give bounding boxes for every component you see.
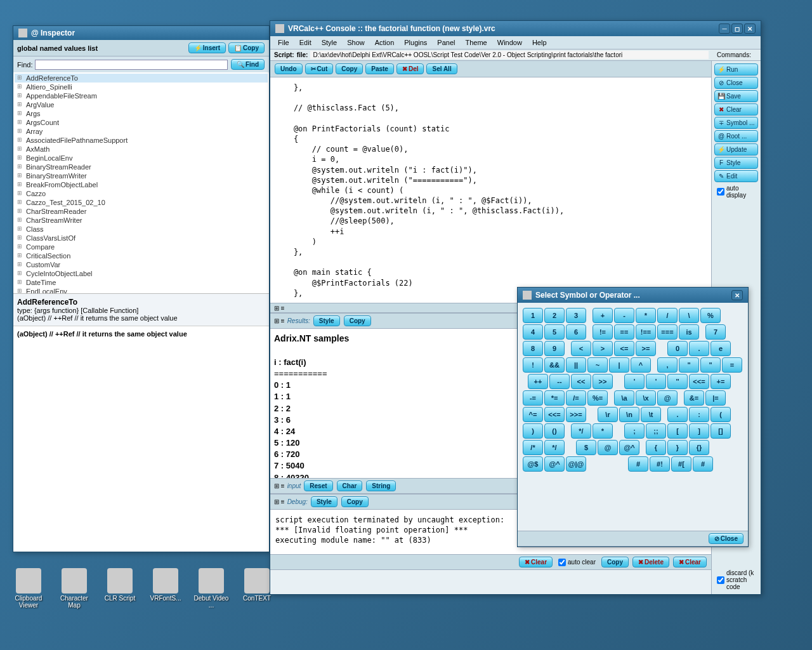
menu-item[interactable]: File (274, 37, 293, 48)
desktop-icon[interactable]: Character Map (55, 568, 93, 609)
symbol-button[interactable]: / (657, 308, 678, 323)
symbol-button[interactable]: | (609, 357, 629, 373)
symbol-button[interactable]: @^ (619, 440, 639, 455)
symbol-button[interactable]: ;; (646, 423, 666, 439)
insert-button[interactable]: ⚡Insert (188, 43, 226, 53)
symbol-button[interactable]: \t (641, 407, 661, 422)
symbol-button[interactable]: } (667, 440, 688, 455)
symbol-button[interactable]: <= (614, 341, 634, 356)
symbol-button[interactable]: 0 (667, 341, 688, 356)
symbol-button[interactable]: != (593, 324, 613, 340)
symbol-button[interactable]: 5 (544, 324, 565, 340)
symbol-button[interactable]: >>= (566, 407, 586, 422)
root-button[interactable]: @Root ... (714, 130, 758, 142)
copy-button[interactable]: Copy (336, 63, 363, 74)
symbol-button[interactable]: &= (684, 390, 704, 406)
debug-copy-button[interactable]: Copy (341, 496, 369, 507)
cut-button[interactable]: ✂Cut (305, 63, 334, 74)
symbol-button[interactable]: [] (710, 423, 731, 439)
symbol-button[interactable]: %= (587, 390, 608, 406)
symbol-button[interactable]: 1 (523, 308, 543, 323)
tree-item[interactable]: DateTime (15, 278, 268, 287)
symbol-button[interactable]: 7 (705, 324, 726, 340)
symbol-button[interactable]: #[ (671, 456, 691, 472)
bottom-clear2-button[interactable]: ✖Clear (673, 557, 707, 567)
symbol-button[interactable]: 2 (544, 308, 565, 323)
reset-button[interactable]: Reset (304, 481, 332, 491)
clear-cmd-button[interactable]: ✖Clear (714, 103, 758, 116)
menu-item[interactable]: Theme (462, 37, 491, 48)
symbol-button[interactable]: */ (571, 423, 591, 439)
symbol-button[interactable]: ^ (631, 357, 651, 373)
values-tree[interactable]: AddReferenceToAltiero_SpinelliAppendable… (13, 72, 269, 293)
desktop-icon[interactable]: Debut Video ... (192, 568, 230, 609)
symbol-button[interactable]: \x (636, 390, 656, 406)
symbol-button[interactable]: || (566, 357, 586, 373)
symbol-button[interactable]: [ (667, 423, 688, 439)
symbol-close-button[interactable]: ✕ (731, 290, 743, 300)
symbol-button[interactable]: < (571, 341, 591, 356)
symbol-button[interactable]: * (593, 423, 613, 439)
symbol-button[interactable]: ' (624, 374, 645, 389)
symbol-button[interactable]: # (628, 456, 648, 472)
tree-item[interactable]: BinaryStreamWriter (15, 171, 268, 180)
tree-item[interactable]: Array (15, 127, 268, 136)
undo-button[interactable]: Undo (275, 63, 303, 74)
tree-item[interactable]: CharStreamReader (15, 207, 268, 216)
menu-item[interactable]: Plugins (400, 37, 431, 48)
close-button[interactable]: ✕ (744, 23, 756, 34)
symbol-button[interactable]: 3 (566, 308, 586, 323)
symbol-button[interactable]: * (636, 308, 656, 323)
symbol-button[interactable]: += (710, 374, 731, 389)
close-button[interactable]: ⊘Close (714, 77, 758, 89)
string-button[interactable]: String (366, 481, 396, 491)
symbol-button[interactable]: ] (689, 423, 709, 439)
menu-item[interactable]: Action (371, 37, 398, 48)
console-titlebar[interactable]: VRCalc++ Console :: the factorial functi… (270, 21, 761, 36)
symbol-button[interactable]: 6 (566, 324, 586, 340)
symbol-button[interactable]: @^ (544, 456, 565, 472)
menu-item[interactable]: Show (343, 37, 369, 48)
symbol-button[interactable]: \ (679, 308, 699, 323)
bottom-clear-button[interactable]: ✖Clear (519, 557, 553, 567)
symbol-button[interactable]: # (693, 456, 713, 472)
symbol-button[interactable]: is (679, 324, 699, 340)
symbol-button[interactable]: && (544, 357, 565, 373)
symbol-button[interactable]: |= (705, 390, 726, 406)
symbol-button[interactable]: ( (710, 407, 731, 422)
desktop-icon[interactable]: Clipboard Viewer (10, 568, 48, 609)
style-button[interactable]: Style (313, 315, 340, 326)
symbol-button[interactable]: ++ (528, 374, 548, 389)
desktop-icon[interactable]: CLR Script (101, 568, 139, 602)
symbol-close-btn[interactable]: ⊘Close (709, 533, 743, 544)
symbol-button[interactable]: ^= (523, 407, 543, 422)
symbol-button[interactable]: @|@ (566, 456, 586, 472)
symbol-button[interactable]: ; (624, 423, 645, 439)
save-button[interactable]: 💾Save (714, 90, 758, 102)
update-button[interactable]: ⚡Update (714, 143, 758, 156)
bottom-delete-button[interactable]: ✖Delete (632, 557, 669, 567)
del-button[interactable]: ✖Del (396, 63, 424, 74)
paste-button[interactable]: Paste (365, 63, 394, 74)
code-editor[interactable]: }, // @thisclass.Fact (5), @on PrintFact… (270, 77, 711, 303)
symbol-button[interactable]: 4 (523, 324, 543, 340)
tree-item[interactable]: ArgsCount (15, 118, 268, 127)
tree-item[interactable]: EndLocalEnv (15, 287, 268, 293)
symbol-button[interactable]: */ (544, 440, 565, 455)
symbol-button[interactable]: 9 (544, 341, 565, 356)
tree-item[interactable]: CycleIntoObjectLabel (15, 269, 268, 278)
symbol-button[interactable]: >= (636, 341, 656, 356)
selall-button[interactable]: Sel All (426, 63, 457, 74)
tree-item[interactable]: BreakFromObjectLabel (15, 180, 268, 189)
symbol-button[interactable]: . (689, 341, 709, 356)
symbol-button[interactable]: <<= (544, 407, 565, 422)
find-button[interactable]: 🔍Find (231, 59, 265, 70)
tree-item[interactable]: AddReferenceTo (15, 74, 268, 83)
symbol-button[interactable]: ! (523, 357, 543, 373)
find-input[interactable] (35, 60, 227, 70)
bottom-copy-button[interactable]: Copy (601, 557, 629, 567)
copy-button[interactable]: 📋Copy (228, 43, 265, 53)
symbol-button[interactable]: : (689, 407, 709, 422)
tree-item[interactable]: ClassVarsListOf (15, 234, 268, 242)
inspector-titlebar[interactable]: @ Inspector (13, 26, 269, 40)
